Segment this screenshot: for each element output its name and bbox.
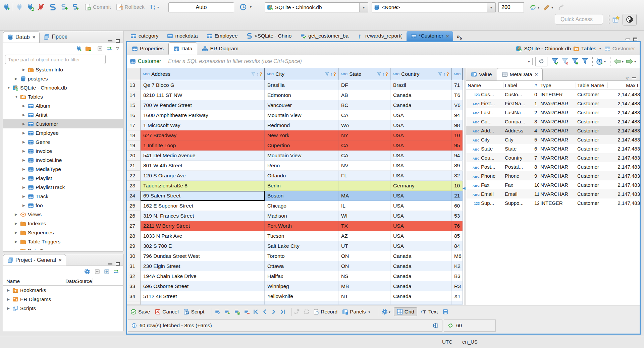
row-number[interactable]: 28 [127, 231, 141, 241]
chevron-down-icon[interactable]: ▼ [7, 86, 12, 90]
row-number[interactable]: 29 [127, 241, 141, 251]
tab-metadata[interactable]: MetaData × [497, 68, 543, 80]
minimize-icon[interactable] [108, 263, 112, 265]
grid-cell[interactable]: 1 Microsoft Way [141, 120, 265, 130]
grid-cell[interactable]: R3 [451, 281, 463, 291]
new-connection-icon[interactable]: + [3, 3, 10, 11]
view-menu-icon[interactable]: ▽ [116, 46, 119, 51]
tree-item-sequences[interactable]: ▶Sequences [3, 228, 123, 237]
refresh-button[interactable] [535, 57, 547, 66]
commit-mode-combo[interactable]: Auto [168, 2, 234, 12]
commit-button[interactable]: Commit [83, 2, 112, 12]
grid-cell[interactable]: Canada [390, 251, 451, 261]
grid-cell[interactable]: X1 [451, 291, 463, 301]
column-header-partial[interactable]: ABC [451, 68, 463, 80]
new-sql-script-icon[interactable]: + [72, 3, 79, 11]
project-item-scripts[interactable]: ▶Scripts [3, 304, 123, 313]
chevron-right-icon[interactable]: ▶ [22, 113, 28, 117]
grid-cell[interactable]: 94 [451, 151, 463, 161]
grid-cell[interactable]: 71 [451, 80, 463, 90]
grid-cell[interactable]: 10 [451, 181, 463, 191]
link-with-editor-icon[interactable] [113, 269, 119, 275]
close-icon[interactable]: × [446, 33, 449, 39]
sql-filter-input[interactable] [167, 58, 526, 65]
expand-all-icon[interactable] [104, 269, 110, 275]
chevron-right-icon[interactable]: ▶ [15, 231, 20, 234]
tree-item-employee[interactable]: ▶Employee [3, 128, 123, 137]
grid-cell[interactable]: 302 S 700 E [141, 241, 265, 251]
grid-cell[interactable]: Canada [390, 281, 451, 291]
chevron-right-icon[interactable]: ▶ [22, 122, 28, 126]
filter-history-icon[interactable]: ▼ [527, 60, 531, 63]
tree-item-invoice[interactable]: ▶Invoice [3, 147, 123, 156]
sort-icon[interactable]: ↕ [382, 71, 385, 76]
tree-item-table-triggers[interactable]: ▶Table Triggers [3, 237, 123, 246]
column-header-city[interactable]: ABCCity↕? [265, 68, 338, 80]
grid-cell[interactable]: B3 [451, 271, 463, 281]
grid-cell[interactable]: 1033 N Park Ave [141, 231, 265, 241]
chevron-right-icon[interactable]: ▶ [15, 213, 20, 216]
grid-cell[interactable]: Canada [390, 271, 451, 281]
connect-icon[interactable] [16, 3, 23, 11]
grid-cell[interactable]: Germany [390, 181, 451, 191]
grid-cell[interactable]: 230 Elgin Street [141, 261, 265, 271]
row-number[interactable]: 16 [127, 110, 141, 120]
grid-cell[interactable]: USA [390, 151, 451, 161]
tree-item-foo[interactable]: ▶foo [3, 201, 123, 210]
grid-cell[interactable]: Madison [265, 211, 338, 221]
tree-item-playlist[interactable]: ▶Playlist [3, 174, 123, 183]
grid-cell[interactable]: 89 [451, 161, 463, 171]
grid-cell[interactable]: CA [338, 140, 390, 151]
row-number[interactable]: 32 [127, 271, 141, 281]
meta-row-email[interactable]: ABCEmailEmail11NVARCHARCustomer2,147,483 [466, 189, 640, 198]
grid-cell[interactable]: 21 [451, 191, 463, 201]
grid-cell[interactable]: NT [338, 291, 390, 301]
new-connection-icon[interactable]: + [76, 46, 82, 52]
grid-cell[interactable]: TX [338, 221, 390, 231]
grid-cell[interactable]: 801 W 4th Street [141, 161, 265, 171]
chevron-right-icon[interactable]: ▶ [15, 77, 20, 80]
schema-combo[interactable]: <None> ▼ [372, 2, 496, 12]
grid-cell[interactable]: 194A Chain Lake Drive [141, 271, 265, 281]
grid-cell[interactable]: Winnipeg [265, 281, 338, 291]
grid-cell[interactable] [338, 301, 390, 305]
chevron-down-icon[interactable]: ▾ [599, 47, 601, 50]
dropdown-arrow-icon[interactable]: ▼ [487, 3, 495, 12]
grid-cell[interactable]: ON [338, 251, 390, 261]
previous-row-icon[interactable] [262, 309, 268, 315]
grid-cell[interactable]: USA [390, 231, 451, 241]
row-number[interactable]: 27 [127, 221, 141, 231]
quick-access-input[interactable]: Quick Access [555, 14, 603, 24]
tree-item-invoiceline[interactable]: ▶InvoiceLine [3, 156, 123, 165]
meta-row-fax[interactable]: ABCFaxFax10NVARCHARCustomer2,147,483 [466, 180, 640, 189]
grid-cell[interactable]: Chicago [265, 201, 338, 211]
row-number[interactable]: 13 [127, 80, 141, 90]
meta-row-postal[interactable]: ABCPost...Postal...8NVARCHARCustomer2,14… [466, 162, 640, 171]
editor-tab-employee[interactable]: Employee [202, 31, 242, 41]
chevron-down-icon[interactable]: ▾ [538, 6, 539, 9]
calc-panel-icon[interactable] [442, 309, 448, 315]
chevron-right-icon[interactable]: ▶ [22, 131, 28, 135]
chevron-right-icon[interactable]: ▶ [22, 167, 28, 171]
editor-tab-mockdata[interactable]: mockdata [163, 31, 202, 41]
last-row-icon[interactable] [280, 309, 286, 315]
project-item-er-diagrams[interactable]: ▶ER Diagrams [3, 295, 123, 304]
breadcrumb-sqlite-chinook-db[interactable]: SQLite - Chinook.db [516, 46, 571, 52]
grid-cell[interactable]: Brazil [390, 80, 451, 90]
grid-cell[interactable]: USA [390, 241, 451, 251]
open-perspective-icon[interactable] [612, 16, 620, 23]
edit-row-icon[interactable] [215, 309, 221, 315]
row-number[interactable]: 34 [127, 291, 141, 301]
grid-cell[interactable] [338, 181, 390, 191]
row-number[interactable]: 23 [127, 181, 141, 191]
previous-page-icon[interactable] [613, 58, 621, 65]
apply-filter-icon[interactable] [551, 58, 559, 65]
breadcrumb-tables[interactable]: Tables▾ [573, 46, 602, 52]
object-filter-input[interactable] [5, 55, 106, 64]
meta-column-table-name[interactable]: Table Name [576, 82, 608, 88]
meta-row-firstna[interactable]: ABCFirst...FirstNa...1NVARCHARCustomer2,… [466, 99, 640, 108]
grid-cell[interactable]: 43 [451, 301, 463, 305]
auto-refresh-box[interactable]: 60 [444, 320, 496, 332]
grid-cell[interactable]: Yellowknife [265, 291, 338, 301]
chevron-right-icon[interactable]: ▶ [7, 306, 12, 310]
